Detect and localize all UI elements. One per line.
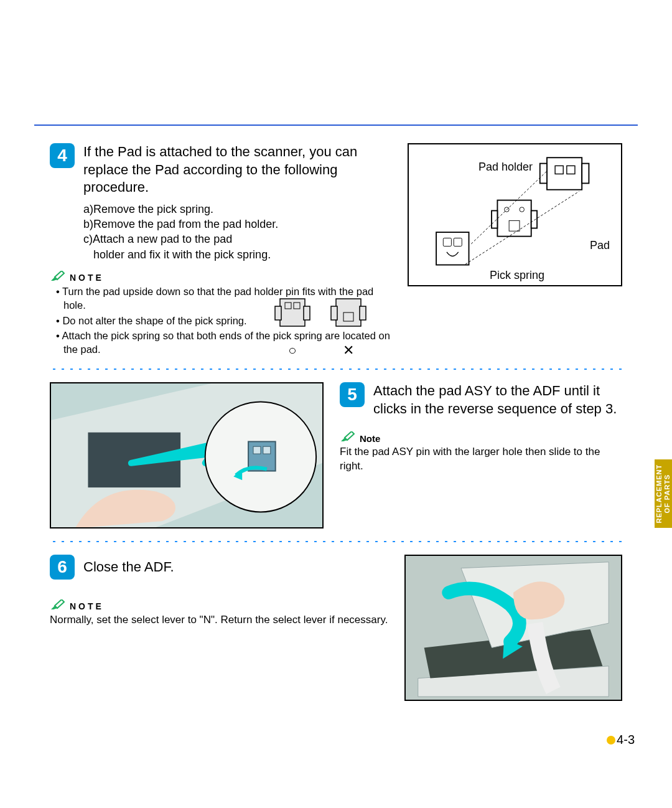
ng-mark: ✕ [330,342,367,359]
step-4-heading: 4 If the Pad is attached to the scanner,… [50,143,395,197]
svg-rect-17 [275,306,281,320]
section-tab-line2: OF PARTS [663,474,671,514]
svg-rect-31 [263,447,271,454]
step-4-a: a)Remove the pick spring. [83,202,395,217]
step-5-note-text: Fit the pad ASY pin with the larger hole… [340,445,622,474]
step-6-note-label: NOTE [70,601,104,611]
separator [50,540,622,543]
step-6: 6 Close the ADF. NOTE Normally, set the … [50,555,622,701]
step-4-c-line2: holder and fix it with the pick spring. [83,247,395,262]
svg-rect-18 [304,306,310,320]
svg-rect-11 [436,232,469,265]
step-4-note-header: NOTE [50,271,395,284]
page-content: 4 If the Pad is attached to the scanner,… [50,143,622,701]
step-number-4: 4 [50,143,75,168]
step-5-note-label: Note [360,433,380,444]
pencil-icon [340,431,356,445]
step-5-title: Attach the pad ASY to the ADF until it c… [373,382,622,418]
svg-rect-2 [582,164,589,184]
pencil-icon [50,599,66,613]
step-6-text-column: 6 Close the ADF. NOTE Normally, set the … [50,555,388,627]
separator [50,367,622,371]
step-5-photo [50,382,324,528]
step-5-text-column: 5 Attach the pad ASY to the ADF until it… [340,382,622,474]
header-rule [34,124,638,126]
step-number-5: 5 [340,382,365,407]
svg-rect-1 [540,164,547,184]
step-6-photo [404,555,622,701]
diagram-label-pad-holder: Pad holder [478,161,533,174]
page-dot-icon [607,736,615,745]
step-5-note-header: Note [340,431,622,445]
svg-rect-30 [253,447,261,454]
svg-rect-6 [492,210,497,228]
step-number-6: 6 [50,555,75,580]
step-5-heading: 5 Attach the pad ASY to the ADF until it… [340,382,622,418]
section-tab: REPLACEMENT OF PARTS [655,459,672,528]
diagram-label-pad: Pad [590,239,610,252]
step-6-heading: 6 Close the ADF. [50,555,388,580]
pencil-icon [50,271,66,284]
svg-rect-23 [360,306,366,320]
step-6-title: Close the ADF. [83,555,174,576]
pad-diagram: Pad holder Pad Pick spring [408,143,622,286]
step-6-note-text: Normally, set the select lever to "N". R… [50,613,388,627]
pad-correct: ○ [274,295,311,359]
step-4-c-line1: c)Attach a new pad to the pad [83,232,395,247]
step-4-sublist: a)Remove the pick spring. b)Remove the p… [83,202,395,262]
pad-wrong: ✕ [330,295,367,359]
step-6-note-header: NOTE [50,599,388,613]
diagram-label-pick-spring: Pick spring [490,269,544,282]
step-4-note-label: NOTE [70,273,104,283]
svg-rect-7 [531,210,537,228]
svg-rect-0 [547,157,582,190]
ok-mark: ○ [274,342,311,359]
page-number: 4-3 [607,733,635,747]
step-4-title: If the Pad is attached to the scanner, y… [83,143,395,197]
step-5: 5 Attach the pad ASY to the ADF until it… [50,382,622,531]
svg-rect-22 [331,306,337,320]
step-4-b: b)Remove the pad from the pad holder. [83,217,395,232]
page-number-text: 4-3 [617,733,635,746]
section-tab-line1: REPLACEMENT [655,464,663,524]
svg-rect-16 [280,299,305,326]
